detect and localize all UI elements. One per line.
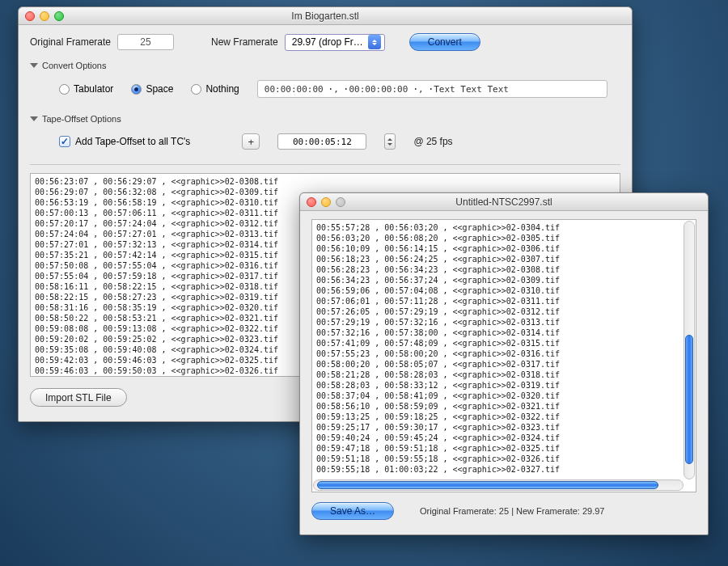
original-framerate-value: 25 bbox=[117, 34, 174, 50]
window-title: Im Biogarten.stl bbox=[19, 11, 632, 22]
scrollbar-thumb[interactable] bbox=[685, 335, 693, 464]
new-framerate-label: New Framerate bbox=[211, 36, 278, 48]
add-tape-offset-checkbox[interactable]: ✓ Add Tape-Offset to all TC's bbox=[59, 136, 190, 147]
convert-button[interactable]: Convert bbox=[409, 33, 480, 51]
save-as-button[interactable]: Save As… bbox=[311, 502, 394, 520]
new-framerate-value: 29.97 (drop Fr… bbox=[292, 36, 363, 48]
offset-timecode-field[interactable]: 00:00:05:12 bbox=[277, 133, 366, 150]
disclosure-triangle-icon bbox=[30, 63, 38, 72]
radio-nothing[interactable]: Nothing bbox=[191, 83, 239, 95]
radio-tabulator[interactable]: Tabulator bbox=[59, 83, 113, 95]
offset-sign-button[interactable]: + bbox=[242, 133, 260, 150]
offset-fps-label: @ 25 fps bbox=[413, 136, 452, 147]
radio-space[interactable]: Space bbox=[131, 83, 173, 95]
vertical-scrollbar[interactable] bbox=[684, 221, 695, 479]
tape-offset-group: ✓ Add Tape-Offset to all TC's + 00:00:05… bbox=[30, 129, 620, 156]
chevron-updown-icon bbox=[368, 35, 381, 49]
framerate-status: Original Framerate: 25 | New Framerate: … bbox=[420, 506, 604, 516]
convert-options-disclosure[interactable]: Convert Options bbox=[30, 61, 620, 70]
format-preview: 00:00:00:00 ･, ･00:00:00:00 ･, ･Text Tex… bbox=[257, 80, 607, 98]
disclosure-triangle-icon bbox=[30, 116, 38, 125]
tape-offset-disclosure[interactable]: Tape-Offset Options bbox=[30, 114, 620, 124]
import-stl-button[interactable]: Import STL File bbox=[30, 388, 127, 407]
original-framerate-label: Original Framerate bbox=[30, 36, 111, 48]
stl-listing[interactable]: 00:55:57;28 , 00:56:03;20 , <<graphic>>0… bbox=[311, 219, 696, 492]
convert-options-group: Tabulator Space Nothing 00:00:00:00 ･, ･… bbox=[30, 75, 620, 104]
titlebar[interactable]: Im Biogarten.stl bbox=[19, 7, 632, 25]
window-untitled: Untitled-NTSC2997.stl 00:55:57;28 , 00:5… bbox=[299, 192, 709, 535]
scrollbar-thumb[interactable] bbox=[317, 481, 658, 489]
separator bbox=[30, 164, 620, 165]
offset-stepper[interactable] bbox=[384, 133, 396, 150]
window-title: Untitled-NTSC2997.stl bbox=[300, 196, 708, 208]
horizontal-scrollbar[interactable] bbox=[313, 479, 684, 491]
titlebar[interactable]: Untitled-NTSC2997.stl bbox=[300, 193, 708, 211]
new-framerate-select[interactable]: 29.97 (drop Fr… bbox=[285, 34, 385, 51]
